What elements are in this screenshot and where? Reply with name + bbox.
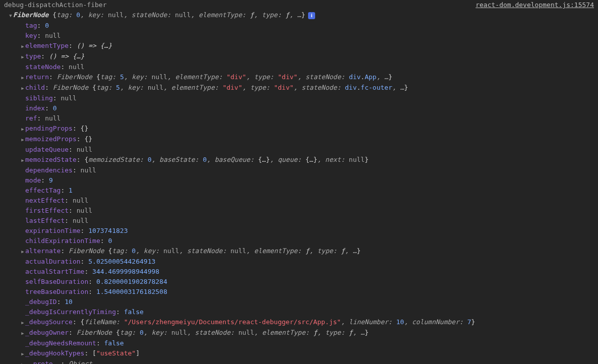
property-key: _debugID <box>25 297 57 307</box>
disclosure-triangle-icon[interactable]: ▼ <box>8 11 13 21</box>
property-key: alternate <box>25 246 61 256</box>
source-link[interactable]: react-dom.development.js:15574 <box>475 0 594 10</box>
property-row[interactable]: ▶memoizedProps: {} <box>0 134 598 145</box>
property-key: tag <box>25 21 37 31</box>
property-row: selfBaseDuration: 0.8200001902878284 <box>0 277 598 287</box>
property-row: key: null <box>0 31 598 41</box>
property-key: return <box>25 72 49 82</box>
property-row: firstEffect: null <box>0 206 598 216</box>
property-row: treeBaseDuration: 1.5400003176182508 <box>0 287 598 297</box>
property-row[interactable]: ▶return: FiberNode {tag: 5, key: null, e… <box>0 72 598 83</box>
property-row: sibling: null <box>0 93 598 103</box>
disclosure-triangle-icon[interactable]: ▶ <box>20 318 25 328</box>
property-row[interactable]: ▶_debugSource: {fileName: "/Users/zhengm… <box>0 317 598 328</box>
property-key: elementType <box>25 41 69 51</box>
disclosure-triangle-icon[interactable]: ▶ <box>20 328 25 338</box>
disclosure-triangle-icon[interactable]: ▶ <box>20 41 25 51</box>
property-row: stateNode: null <box>0 62 598 72</box>
property-key: sibling <box>25 93 53 103</box>
property-key: actualDuration <box>25 257 81 267</box>
disclosure-triangle-icon[interactable]: ▶ <box>20 349 25 359</box>
disclosure-triangle-icon[interactable]: ▶ <box>20 359 25 364</box>
property-key: childExpirationTime <box>25 236 100 246</box>
property-row: childExpirationTime: 0 <box>0 236 598 246</box>
property-key: selfBaseDuration <box>25 277 88 287</box>
property-row: lastEffect: null <box>0 216 598 226</box>
log-header: debug-dispatchAction-fiber react-dom.dev… <box>0 0 598 10</box>
property-key: mode <box>25 175 41 186</box>
property-row: _debugIsCurrentlyTiming: false <box>0 307 598 317</box>
property-key: actualStartTime <box>25 267 84 277</box>
property-key: index <box>25 103 45 113</box>
property-key: lastEffect <box>25 216 65 226</box>
property-key: key <box>25 31 37 41</box>
property-row: ref: null <box>0 113 598 124</box>
property-key: expirationTime <box>25 226 81 236</box>
property-row: actualDuration: 5.025000544264913 <box>0 257 598 267</box>
property-key: dependencies <box>25 165 73 175</box>
property-row[interactable]: ▶_debugHookTypes: ["useState"] <box>0 348 598 359</box>
property-key: _debugSource <box>25 317 73 327</box>
disclosure-triangle-icon[interactable]: ▶ <box>20 155 25 165</box>
property-row: updateQueue: null <box>0 145 598 155</box>
property-key: ref <box>25 113 37 124</box>
property-key: _debugIsCurrentlyTiming <box>25 307 116 317</box>
property-row[interactable]: ▶alternate: FiberNode {tag: 0, key: null… <box>0 246 598 257</box>
property-row: actualStartTime: 344.4699998944998 <box>0 267 598 277</box>
property-row[interactable]: ▶type: () => {…} <box>0 51 598 62</box>
object-summary: tag: 0, key: null, stateNode: null, elem… <box>56 10 301 20</box>
property-key: _debugNeedsRemount <box>25 338 96 348</box>
property-row[interactable]: ▶__proto__: Object <box>0 359 598 364</box>
property-key: updateQueue <box>25 145 69 155</box>
property-row[interactable]: ▶memoizedState: {memoizedState: 0, baseS… <box>0 155 598 165</box>
property-key: nextEffect <box>25 196 65 206</box>
property-row[interactable]: ▶pendingProps: {} <box>0 124 598 134</box>
property-row: tag: 0 <box>0 21 598 31</box>
info-icon[interactable]: i <box>308 12 315 19</box>
property-key: firstEffect <box>25 206 69 216</box>
property-key: _debugHookTypes <box>25 348 84 358</box>
property-row: mode: 9 <box>0 175 598 186</box>
property-row[interactable]: ▶_debugOwner: FiberNode {tag: 0, key: nu… <box>0 328 598 338</box>
object-properties: tag: 0key: null▶elementType: () => {…}▶t… <box>0 21 598 364</box>
object-class-name: FiberNode <box>13 10 48 20</box>
property-row: nextEffect: null <box>0 196 598 206</box>
object-root-row[interactable]: ▼FiberNode {tag: 0, key: null, stateNode… <box>0 10 598 21</box>
property-row: dependencies: null <box>0 165 598 175</box>
console-output: debug-dispatchAction-fiber react-dom.dev… <box>0 0 598 364</box>
property-key: stateNode <box>25 62 61 72</box>
disclosure-triangle-icon[interactable]: ▶ <box>20 83 25 93</box>
property-key: effectTag <box>25 186 61 196</box>
property-row: _debugNeedsRemount: false <box>0 338 598 348</box>
property-row[interactable]: ▶elementType: () => {…} <box>0 41 598 51</box>
property-key: memoizedState <box>25 155 77 165</box>
property-key: child <box>25 83 45 93</box>
property-row: effectTag: 1 <box>0 186 598 196</box>
property-row: expirationTime: 1073741823 <box>0 226 598 236</box>
property-key: type <box>25 51 41 62</box>
disclosure-triangle-icon[interactable]: ▶ <box>20 135 25 145</box>
property-row: index: 0 <box>0 103 598 113</box>
disclosure-triangle-icon[interactable]: ▶ <box>20 124 25 134</box>
property-row: _debugID: 10 <box>0 297 598 307</box>
property-key: memoizedProps <box>25 134 77 144</box>
disclosure-triangle-icon[interactable]: ▶ <box>20 247 25 257</box>
log-label: debug-dispatchAction-fiber <box>4 0 107 10</box>
property-key: _debugOwner <box>25 328 69 338</box>
property-key: pendingProps <box>25 124 73 134</box>
disclosure-triangle-icon[interactable]: ▶ <box>20 73 25 83</box>
property-key: treeBaseDuration <box>25 287 88 297</box>
property-row[interactable]: ▶child: FiberNode {tag: 5, key: null, el… <box>0 83 598 93</box>
disclosure-triangle-icon[interactable]: ▶ <box>20 52 25 62</box>
property-key: __proto__ <box>25 359 61 364</box>
